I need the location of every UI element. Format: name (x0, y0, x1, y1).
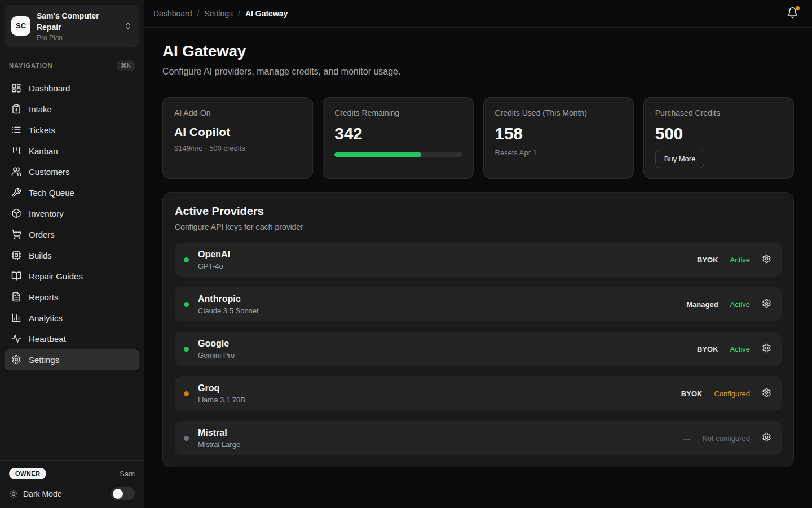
sidebar: SC Sam's Computer Repair Pro Plan NAVIGA… (0, 0, 144, 508)
provider-row-anthropic[interactable]: Anthropic Claude 3.5 Sonnet Managed Acti… (175, 287, 782, 321)
sidebar-item-label: Reports (29, 292, 59, 302)
provider-meta: — Not configured (683, 432, 771, 444)
breadcrumb-separator: / (238, 9, 240, 18)
sidebar-item-tech-queue[interactable]: Tech Queue (5, 182, 139, 203)
sidebar-item-builds[interactable]: Builds (5, 245, 139, 266)
buy-more-button[interactable]: Buy More (655, 150, 705, 168)
workspace-plan: Pro Plan (37, 34, 117, 42)
nav-list: Dashboard Intake Tickets Kanban Customer… (0, 76, 144, 373)
nav-section-header: NAVIGATION ⌘K (0, 52, 144, 76)
breadcrumb-separator: / (197, 9, 200, 18)
owner-row: OWNER Sam (9, 468, 135, 479)
clipboard-plus-icon (11, 104, 21, 114)
sidebar-item-orders[interactable]: Orders (5, 224, 139, 245)
provider-status: Active (730, 256, 750, 264)
chart-column-icon (11, 313, 21, 323)
gear-icon (762, 388, 771, 399)
status-dot (184, 347, 189, 352)
provider-row-google[interactable]: Google Gemini Pro BYOK Active (175, 332, 782, 366)
provider-status: Not configured (702, 434, 750, 443)
chevrons-up-down-icon (123, 21, 133, 30)
breadcrumb-settings[interactable]: Settings (204, 9, 233, 18)
dark-mode-toggle[interactable] (111, 487, 135, 500)
provider-settings-button[interactable] (762, 343, 771, 354)
sidebar-item-label: Customers (29, 167, 70, 177)
addon-pricing: $149/mo · 500 credits (174, 144, 301, 152)
sidebar-item-tickets[interactable]: Tickets (5, 120, 139, 141)
sidebar-item-analytics[interactable]: Analytics (5, 308, 139, 329)
sidebar-item-repair-guides[interactable]: Repair Guides (5, 266, 139, 287)
provider-settings-button[interactable] (762, 388, 771, 399)
sidebar-item-kanban[interactable]: Kanban (5, 141, 139, 161)
provider-info: Google Gemini Pro (198, 339, 235, 360)
status-dot (184, 436, 189, 441)
cpu-icon (11, 250, 21, 260)
sidebar-item-label: Builds (29, 251, 52, 260)
provider-settings-button[interactable] (762, 254, 771, 265)
status-dot (184, 391, 189, 396)
gear-icon (762, 254, 771, 265)
provider-mode-badge: BYOK (697, 345, 718, 353)
sidebar-spacer (0, 373, 144, 460)
addon-name: AI Copilot (174, 125, 301, 139)
breadcrumb: Dashboard / Settings / AI Gateway (153, 9, 288, 18)
sidebar-item-customers[interactable]: Customers (5, 161, 139, 182)
sidebar-item-label: Dashboard (29, 84, 70, 93)
provider-name: OpenAI (198, 249, 230, 260)
sidebar-item-settings[interactable]: Settings (5, 349, 139, 370)
sidebar-item-label: Repair Guides (29, 271, 83, 281)
notification-dot (796, 6, 800, 10)
toggle-knob (113, 489, 123, 499)
provider-mode-badge: BYOK (697, 256, 718, 264)
layout-dashboard-icon (11, 83, 21, 93)
provider-name: Groq (198, 383, 245, 393)
credits-remaining-card: Credits Remaining 342 (323, 97, 473, 179)
sidebar-item-label: Kanban (29, 146, 58, 156)
workspace-avatar: SC (11, 16, 30, 36)
provider-meta: BYOK Configured (681, 388, 771, 399)
notifications-button[interactable] (787, 7, 798, 21)
provider-meta: BYOK Active (697, 254, 771, 265)
sidebar-item-reports[interactable]: Reports (5, 287, 139, 308)
provider-model: Mistral Large (198, 440, 240, 449)
sidebar-item-label: Tickets (29, 125, 55, 135)
workspace-name: Sam's Computer Repair (37, 10, 117, 33)
provider-status: Active (730, 300, 750, 309)
card-label: Credits Remaining (334, 108, 461, 117)
provider-name: Google (198, 339, 235, 349)
page-subtitle: Configure AI providers, manage credits, … (162, 67, 794, 77)
purchased-credits-card: Purchased Credits 500 Buy More (643, 97, 794, 179)
page-content: AI Gateway Configure AI providers, manag… (144, 28, 812, 467)
workspace-switcher[interactable]: SC Sam's Computer Repair Pro Plan (5, 5, 139, 47)
provider-settings-button[interactable] (762, 299, 771, 310)
provider-info: Groq Llama 3.1 70B (198, 383, 245, 404)
card-label: Purchased Credits (655, 108, 782, 117)
purchased-credits-value: 500 (655, 124, 782, 143)
sidebar-item-inventory[interactable]: Inventory (5, 203, 139, 224)
breadcrumb-dashboard[interactable]: Dashboard (153, 9, 192, 18)
card-label: AI Add-On (174, 108, 301, 117)
provider-status: Configured (714, 389, 750, 398)
status-dot (184, 257, 189, 262)
credits-used-value: 158 (495, 124, 622, 143)
gear-icon (762, 299, 771, 310)
provider-row-openai[interactable]: OpenAI GPT-4o BYOK Active (175, 243, 782, 277)
provider-name: Anthropic (198, 294, 259, 304)
provider-row-groq[interactable]: Groq Llama 3.1 70B BYOK Configured (175, 376, 782, 410)
provider-settings-button[interactable] (762, 432, 771, 444)
provider-info: Anthropic Claude 3.5 Sonnet (198, 294, 259, 315)
breadcrumb-current: AI Gateway (245, 9, 288, 18)
sidebar-item-dashboard[interactable]: Dashboard (5, 78, 139, 99)
command-k-shortcut-badge: ⌘K (117, 60, 135, 71)
file-text-icon (11, 292, 21, 302)
sun-icon (9, 489, 18, 498)
sidebar-item-heartbeat[interactable]: Heartbeat (5, 329, 139, 349)
sidebar-item-label: Intake (29, 104, 52, 114)
provider-row-mistral[interactable]: Mistral Mistral Large — Not configured (175, 421, 782, 455)
app-root: SC Sam's Computer Repair Pro Plan NAVIGA… (0, 0, 812, 508)
provider-model: Gemini Pro (198, 351, 235, 360)
sidebar-item-label: Tech Queue (29, 188, 74, 198)
provider-meta: Managed Active (686, 299, 771, 310)
sidebar-item-intake[interactable]: Intake (5, 99, 139, 120)
sidebar-item-label: Heartbeat (29, 334, 66, 344)
